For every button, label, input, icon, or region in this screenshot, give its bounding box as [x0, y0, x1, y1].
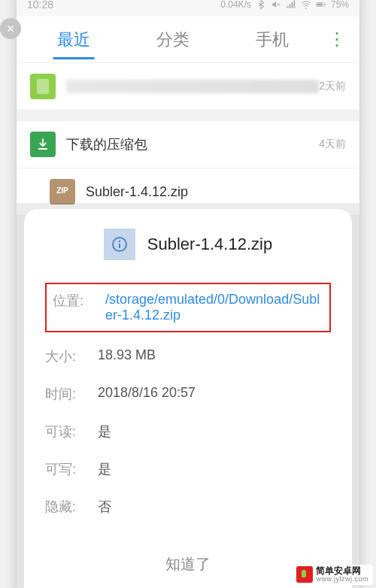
time-value: 2018/8/16 20:57: [98, 385, 331, 403]
bluetooth-icon: [256, 0, 266, 10]
info-writable: 可写: 是: [45, 460, 331, 478]
list-item-blurred[interactable]: 2天前: [17, 63, 359, 111]
readable-value: 是: [98, 423, 331, 441]
svg-rect-2: [325, 4, 326, 5]
download-folder-icon: [30, 132, 56, 157]
location-label: 位置:: [53, 292, 105, 323]
size-value: 18.93 MB: [98, 347, 331, 365]
zip-filename: Subler-1.4.12.zip: [86, 184, 346, 200]
info-size: 大小: 18.93 MB: [45, 347, 331, 365]
info-time: 时间: 2018/8/16 20:57: [45, 385, 331, 403]
svg-point-5: [119, 241, 121, 243]
svg-rect-1: [317, 4, 323, 6]
overlay-close-icon[interactable]: [0, 18, 21, 39]
status-battery: 75%: [331, 0, 349, 10]
time-label: 时间:: [45, 385, 98, 403]
file-icon: [30, 74, 56, 99]
tab-phone[interactable]: 手机: [223, 21, 322, 59]
more-menu-icon[interactable]: ⋮: [322, 34, 352, 44]
watermark-icon: [296, 566, 313, 583]
hidden-value: 否: [98, 498, 331, 516]
battery-icon: [316, 0, 326, 10]
tab-category[interactable]: 分类: [123, 21, 223, 59]
sheet-header: Subler-1.4.12.zip: [45, 229, 331, 260]
phone-screen: 10:28 0.04K/s 75% 最近 分类 手机 ⋮ 2天前 下载的压缩包 …: [17, 0, 359, 588]
highlight-box: 位置: /storage/emulated/0/Download/Subler-…: [45, 283, 331, 332]
row-time: 2天前: [319, 80, 346, 93]
zip-file-icon: ZIP: [50, 179, 75, 205]
svg-rect-3: [37, 79, 49, 94]
mute-icon: [271, 0, 281, 10]
writable-label: 可写:: [45, 460, 98, 478]
sheet-title: Subler-1.4.12.zip: [147, 235, 272, 254]
writable-value: 是: [98, 460, 331, 478]
status-time: 10:28: [27, 0, 53, 11]
signal-icon: [286, 0, 296, 10]
location-value[interactable]: /storage/emulated/0/Download/Subler-1.4.…: [105, 292, 323, 323]
status-bar: 10:28 0.04K/s 75%: [17, 0, 359, 17]
section-gap: [17, 111, 359, 121]
info-hidden: 隐藏: 否: [45, 498, 331, 516]
status-right: 0.04K/s 75%: [220, 0, 349, 10]
folder-time: 4天前: [319, 138, 346, 151]
watermark: 简单安卓网 www.jylzwj.com: [292, 565, 373, 585]
folder-title: 下载的压缩包: [66, 135, 319, 153]
tab-bar: 最近 分类 手机 ⋮: [17, 17, 359, 63]
watermark-line2: www.jylzwj.com: [316, 576, 368, 583]
hidden-label: 隐藏:: [45, 498, 98, 516]
details-sheet: Subler-1.4.12.zip 位置: /storage/emulated/…: [24, 209, 352, 588]
status-speed: 0.04K/s: [220, 0, 251, 10]
size-label: 大小:: [45, 347, 98, 365]
wifi-icon: [301, 0, 311, 10]
blurred-title: [66, 80, 319, 93]
info-location: 位置: /storage/emulated/0/Download/Subler-…: [53, 292, 323, 323]
watermark-text: 简单安卓网 www.jylzwj.com: [316, 566, 368, 583]
list-item-folder[interactable]: 下载的压缩包 4天前: [17, 121, 359, 168]
sheet-file-icon: [104, 229, 135, 260]
info-readable: 可读: 是: [45, 423, 331, 441]
tab-recent[interactable]: 最近: [24, 21, 123, 59]
svg-rect-6: [119, 244, 120, 248]
readable-label: 可读:: [45, 423, 98, 441]
